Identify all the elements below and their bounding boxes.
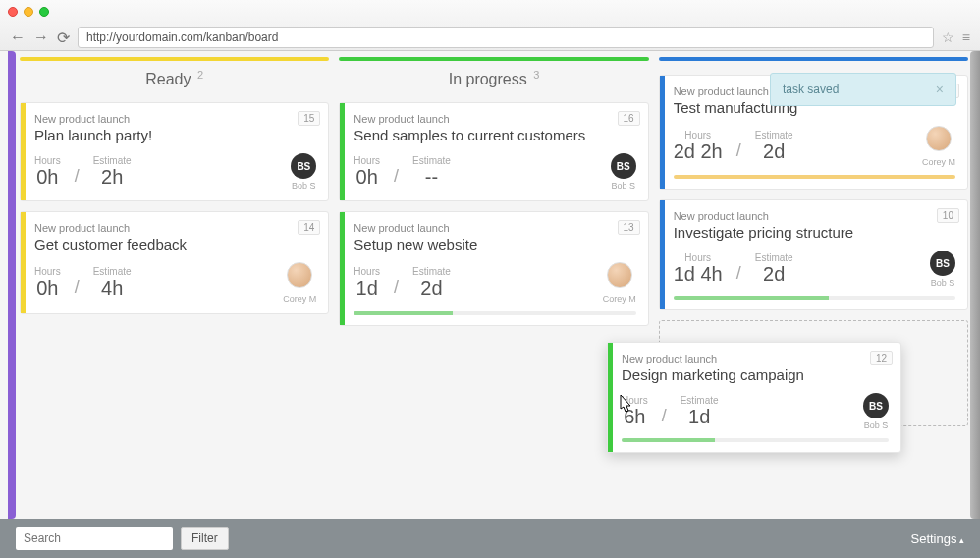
avatar [287, 262, 312, 288]
card-project: New product launch [674, 210, 955, 222]
toast-text: task saved [783, 83, 839, 96]
assignee-name: Corey M [922, 157, 955, 167]
assignee-name: Bob S [930, 278, 955, 288]
hours-label: Hours [354, 155, 380, 166]
estimate-label: Estimate [93, 155, 132, 166]
card-project: New product launch [354, 113, 635, 125]
card-number: 15 [298, 111, 320, 126]
divider: / [69, 166, 85, 187]
card-number: 12 [870, 351, 893, 365]
right-column-sliver[interactable] [970, 51, 980, 519]
hours-value: 0h [34, 166, 61, 189]
cursor-icon [615, 393, 634, 417]
avatar: BS [291, 153, 316, 179]
card-title: Send samples to current customers [354, 127, 635, 143]
card-stripe [340, 212, 345, 325]
kanban-card[interactable]: 13New product launchSetup new websiteHou… [339, 211, 648, 326]
kanban-card[interactable]: 16New product launchSend samples to curr… [339, 102, 648, 201]
assignee: BSBob S [863, 393, 889, 430]
kanban-column: In progress 316New product launchSend sa… [339, 57, 648, 513]
reload-icon[interactable]: ⟳ [57, 28, 70, 47]
card-stripe [608, 343, 613, 452]
assignee: Corey M [603, 262, 636, 304]
estimate-label: Estimate [93, 266, 132, 277]
assignee-name: Bob S [291, 181, 316, 191]
url-bar[interactable]: http://yourdomain.com/kanban/board [78, 27, 934, 48]
assignee: Corey M [283, 262, 316, 304]
back-icon[interactable]: ← [10, 28, 26, 46]
estimate-value: 2d [412, 277, 451, 300]
settings-button[interactable]: Settings [911, 531, 965, 546]
filter-button[interactable]: Filter [181, 527, 229, 550]
estimate-value: 2h [93, 166, 132, 189]
kanban-column: Ready 215New product launchPlan launch p… [20, 57, 329, 513]
hours-label: Hours [674, 252, 723, 263]
estimate-label: Estimate [755, 252, 793, 263]
progress-bar [674, 296, 955, 300]
close-icon[interactable]: × [936, 82, 944, 97]
avatar [607, 262, 632, 288]
card-stripe [21, 212, 26, 313]
avatar: BS [863, 393, 889, 418]
footer-bar: Filter Settings [0, 519, 980, 558]
estimate-value: 2d [755, 140, 793, 163]
assignee-name: Corey M [603, 294, 636, 304]
estimate-value: 2d [755, 263, 793, 286]
column-header-bar [20, 57, 329, 61]
assignee-name: Bob S [863, 420, 889, 430]
divider: / [731, 140, 747, 161]
card-number: 10 [937, 208, 959, 223]
divider: / [731, 263, 747, 284]
card-number: 13 [618, 220, 640, 235]
window-close-dot[interactable] [8, 7, 18, 17]
kanban-card[interactable]: 14New product launchGet customer feedbac… [20, 211, 329, 314]
estimate-label: Estimate [681, 395, 719, 406]
estimate-label: Estimate [412, 155, 451, 166]
search-input[interactable] [16, 527, 173, 550]
window-max-dot[interactable] [39, 7, 49, 17]
assignee: BSBob S [611, 153, 636, 191]
divider: / [656, 406, 673, 426]
hours-value: 2d 2h [674, 140, 723, 163]
hours-label: Hours [674, 130, 723, 140]
hours-label: Hours [354, 266, 380, 277]
estimate-label: Estimate [412, 266, 451, 277]
progress-bar [674, 175, 955, 179]
column-title: Ready 2 [20, 69, 329, 88]
toast-notification: task saved × [770, 73, 956, 106]
column-header-bar [659, 57, 968, 61]
card-project: New product launch [622, 353, 889, 364]
browser-chrome: ← → ⟳ http://yourdomain.com/kanban/board… [0, 0, 980, 51]
dragging-card[interactable]: 12New product launchDesign marketing cam… [607, 342, 901, 453]
hours-value: 1d 4h [674, 263, 723, 286]
card-project: New product launch [354, 222, 635, 234]
divider: / [69, 277, 85, 298]
divider: / [388, 277, 405, 298]
estimate-value: 4h [93, 277, 132, 300]
estimate-value: 1d [681, 406, 719, 428]
card-title: Investigate pricing structure [674, 224, 955, 241]
kanban-card[interactable]: 10New product launchInvestigate pricing … [659, 199, 968, 310]
star-icon[interactable]: ☆ [942, 29, 954, 45]
card-project: New product launch [34, 113, 316, 125]
column-header-bar [339, 57, 648, 61]
card-stripe [340, 103, 345, 200]
hours-label: Hours [34, 266, 61, 277]
card-stripe [660, 200, 665, 309]
assignee: BSBob S [930, 251, 955, 288]
card-title: Get customer feedback [34, 236, 316, 252]
kanban-card[interactable]: 15New product launchPlan launch party!Ho… [20, 102, 329, 201]
card-stripe [660, 76, 665, 189]
forward-icon[interactable]: → [33, 28, 49, 46]
window-min-dot[interactable] [24, 7, 33, 17]
assignee-name: Corey M [283, 294, 316, 304]
progress-bar [622, 438, 889, 442]
avatar [926, 126, 952, 151]
menu-icon[interactable]: ≡ [962, 29, 970, 45]
estimate-label: Estimate [755, 130, 793, 140]
hours-label: Hours [34, 155, 61, 166]
card-number: 14 [298, 220, 320, 235]
left-column-sliver[interactable] [8, 51, 16, 519]
hours-value: 1d [354, 277, 380, 300]
card-title: Setup new website [354, 236, 635, 252]
